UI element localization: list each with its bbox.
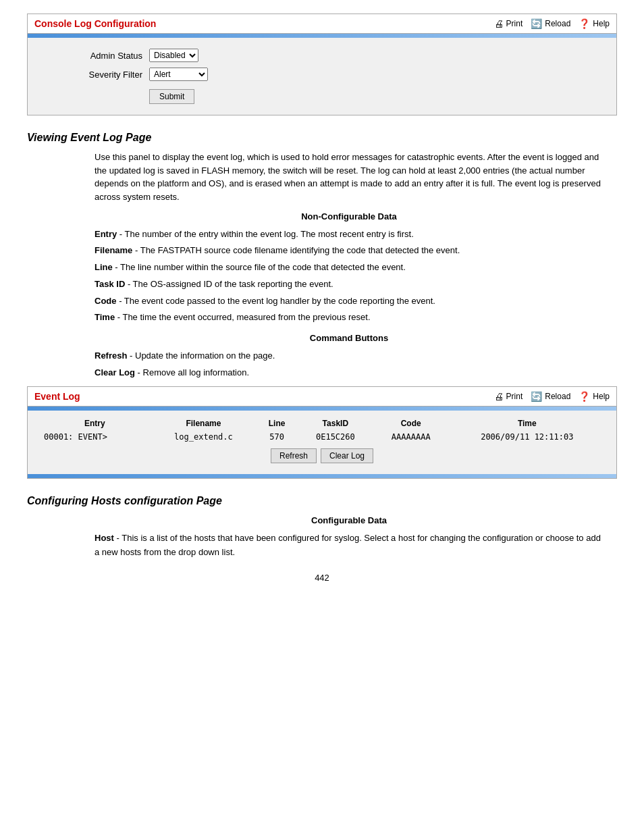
severity-filter-row: Severity Filter Alert Emergency Critical… [41, 68, 603, 81]
cell-line: 570 [256, 431, 298, 443]
event-log-body: Entry Filename Line TaskID Code Time 000… [28, 411, 616, 474]
field-host-name: Host [95, 533, 114, 543]
reload-icon: 🔄 [531, 18, 542, 29]
field-code-name: Code [95, 296, 117, 306]
field-host: Host - This is a list of the hosts that … [95, 531, 603, 560]
col-entry: Entry [38, 416, 151, 431]
console-log-title: Console Log Configuration [34, 18, 156, 29]
field-line-name: Line [95, 262, 113, 272]
col-taskid: TaskID [298, 416, 373, 431]
console-log-panel-header: Console Log Configuration 🖨 Print 🔄 Relo… [28, 14, 616, 34]
field-taskid-desc: - The OS-assigned ID of the task reporti… [128, 279, 333, 289]
help-icon: ❓ [579, 18, 590, 29]
command-buttons-title: Command Buttons [95, 332, 603, 345]
event-reload-icon: 🔄 [531, 391, 542, 402]
viewing-description: Use this panel to display the event log,… [95, 151, 603, 203]
field-host-desc: - This is a list of the hosts that have … [95, 533, 601, 557]
event-help-icon: ❓ [579, 391, 590, 402]
field-line: Line - The line number within the source… [95, 261, 603, 275]
event-help-button[interactable]: ❓ Help [579, 391, 610, 402]
submit-button[interactable]: Submit [149, 89, 194, 104]
console-log-toolbar: 🖨 Print 🔄 Reload ❓ Help [494, 18, 610, 29]
btn-refresh-desc: Refresh - Update the information on the … [95, 349, 603, 363]
field-time-desc: - The time the event occurred, measured … [117, 312, 371, 322]
print-button[interactable]: 🖨 Print [494, 18, 523, 29]
viewing-section-body: Use this panel to display the event log,… [95, 151, 603, 380]
field-taskid: Task ID - The OS-assigned ID of the task… [95, 278, 603, 292]
field-filename-name: Filename [95, 245, 132, 255]
event-print-button[interactable]: 🖨 Print [494, 391, 523, 402]
cell-taskid: 0E15C260 [298, 431, 373, 443]
refresh-button[interactable]: Refresh [271, 448, 317, 463]
table-header-row: Entry Filename Line TaskID Code Time [38, 416, 606, 431]
severity-filter-label: Severity Filter [41, 70, 142, 80]
btn-refresh-name: Refresh [95, 350, 127, 361]
cell-time: 2006/09/11 12:11:03 [449, 431, 606, 443]
event-print-icon: 🖨 [494, 391, 504, 402]
field-entry-name: Entry [95, 229, 117, 239]
table-row: 00001: EVENT> log_extend.c 570 0E15C260 … [38, 431, 606, 443]
col-code: Code [373, 416, 449, 431]
field-filename: Filename - The FASTPATH source code file… [95, 244, 603, 258]
event-table: Entry Filename Line TaskID Code Time 000… [38, 416, 606, 443]
btn-refresh-text: - Update the information on the page. [130, 350, 275, 361]
severity-filter-select[interactable]: Alert Emergency Critical Error Warning N… [149, 68, 208, 81]
reload-button[interactable]: 🔄 Reload [531, 18, 570, 29]
event-log-toolbar: 🖨 Print 🔄 Reload ❓ Help [494, 391, 610, 402]
clear-log-button[interactable]: Clear Log [321, 448, 373, 463]
non-configurable-title: Non-Configurable Data [95, 210, 603, 224]
field-filename-desc: - The FASTPATH source code filename iden… [135, 245, 460, 255]
field-entry-desc: - The number of the entry within the eve… [119, 229, 414, 239]
field-time: Time - The time the event occurred, meas… [95, 311, 603, 325]
field-taskid-name: Task ID [95, 279, 125, 289]
event-btn-row: Refresh Clear Log [38, 443, 606, 469]
col-time: Time [449, 416, 606, 431]
submit-row: Submit [149, 89, 603, 104]
event-bottom-bar [28, 474, 616, 478]
event-log-panel-header: Event Log 🖨 Print 🔄 Reload ❓ Help [28, 387, 616, 407]
configuring-section-body: Configurable Data Host - This is a list … [95, 514, 603, 559]
btn-clearlog-text: - Remove all log information. [138, 367, 249, 377]
event-reload-button[interactable]: 🔄 Reload [531, 391, 570, 402]
col-filename: Filename [151, 416, 257, 431]
console-log-body: Admin Status Disabled Enabled Severity F… [28, 38, 616, 115]
configurable-data-title: Configurable Data [95, 514, 603, 527]
configuring-section-title: Configuring Hosts configuration Page [27, 495, 617, 507]
btn-clearlog-desc: Clear Log - Remove all log information. [95, 366, 603, 380]
event-log-panel: Event Log 🖨 Print 🔄 Reload ❓ Help Entry … [27, 386, 617, 479]
field-code: Code - The event code passed to the even… [95, 294, 603, 309]
btn-clearlog-name: Clear Log [95, 367, 135, 377]
cell-filename: log_extend.c [151, 431, 257, 443]
console-log-panel: Console Log Configuration 🖨 Print 🔄 Relo… [27, 14, 617, 115]
admin-status-select[interactable]: Disabled Enabled [149, 49, 198, 62]
event-log-title: Event Log [34, 391, 80, 402]
field-code-desc: - The event code passed to the event log… [119, 296, 435, 306]
print-icon: 🖨 [494, 18, 504, 29]
field-time-name: Time [95, 312, 115, 322]
cell-code: AAAAAAAA [373, 431, 449, 443]
page-number: 442 [27, 573, 617, 583]
admin-status-row: Admin Status Disabled Enabled [41, 49, 603, 62]
admin-status-label: Admin Status [41, 51, 142, 61]
viewing-section-title: Viewing Event Log Page [27, 132, 617, 144]
field-entry: Entry - The number of the entry within t… [95, 228, 603, 242]
field-line-desc: - The line number within the source file… [115, 262, 405, 272]
cell-entry: 00001: EVENT> [38, 431, 151, 443]
col-line: Line [256, 416, 298, 431]
help-button[interactable]: ❓ Help [579, 18, 610, 29]
